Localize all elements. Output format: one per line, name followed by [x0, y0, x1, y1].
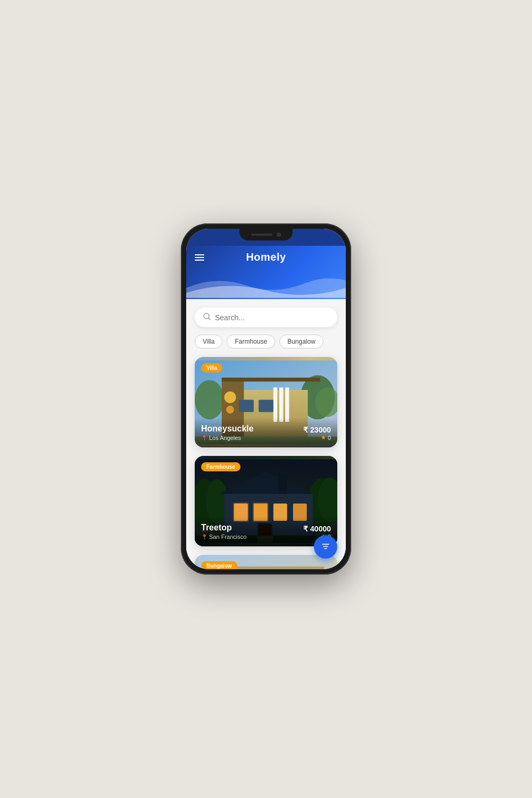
svg-rect-12 — [259, 400, 273, 412]
farmhouse-location: 📍 San Francisco — [201, 534, 246, 540]
main-content: Villa Farmhouse Bungalow — [186, 299, 346, 569]
svg-point-3 — [195, 380, 224, 419]
filter-fab-icon — [321, 542, 330, 553]
svg-rect-13 — [222, 378, 320, 381]
speaker — [251, 234, 272, 236]
status-bar — [186, 229, 346, 246]
filter-fab-button[interactable] — [314, 535, 337, 559]
svg-rect-10 — [285, 387, 289, 422]
farmhouse-info: Treetop 📍 San Francisco — [201, 523, 246, 540]
villa-price: ₹ 23000 — [303, 426, 331, 434]
svg-rect-9 — [279, 387, 283, 422]
filter-chips-row: Villa Farmhouse Bungalow — [195, 335, 337, 348]
svg-point-16 — [226, 405, 234, 413]
villa-type-badge: Villa — [201, 363, 222, 372]
villa-location: 📍 Los Angeles — [201, 435, 254, 441]
search-input[interactable] — [215, 313, 329, 322]
svg-rect-8 — [273, 387, 277, 422]
chip-villa[interactable]: Villa — [195, 335, 222, 348]
menu-line-1 — [195, 254, 204, 255]
location-pin-icon: 📍 — [201, 435, 207, 441]
header-wave — [186, 273, 346, 299]
villa-rating: ★ 0 — [303, 434, 331, 441]
svg-point-15 — [224, 392, 236, 403]
chip-bungalow[interactable]: Bungalow — [279, 335, 323, 348]
search-icon — [203, 313, 211, 322]
phone-screen: Homely — [186, 229, 346, 569]
bungalow-type-badge: Bungalow — [201, 561, 237, 569]
app-title: Homely — [246, 251, 286, 263]
property-card-bungalow[interactable]: Bungalow — [195, 555, 337, 569]
farmhouse-card-bottom: Treetop 📍 San Francisco ₹ 40000 ★ 0 — [201, 523, 331, 540]
search-bar[interactable] — [195, 307, 337, 327]
villa-price-rating: ₹ 23000 ★ 0 — [303, 426, 331, 441]
menu-line-2 — [195, 257, 204, 258]
menu-line-3 — [195, 260, 204, 261]
menu-button[interactable] — [195, 254, 204, 261]
header-top-bar: Homely — [195, 251, 337, 263]
star-icon: ★ — [321, 434, 326, 441]
phone-mockup: Homely — [181, 223, 351, 575]
farmhouse-name: Treetop — [201, 523, 246, 533]
villa-name: Honeysuckle — [201, 424, 254, 434]
svg-rect-24 — [278, 474, 287, 491]
svg-line-1 — [209, 318, 210, 320]
farmhouse-type-badge: Farmhouse — [201, 462, 240, 471]
chip-farmhouse[interactable]: Farmhouse — [227, 335, 275, 348]
svg-rect-11 — [239, 400, 254, 412]
villa-card-bottom: Honeysuckle 📍 Los Angeles ₹ 23000 ★ 0 — [201, 424, 331, 441]
property-card-villa[interactable]: Villa Honeysuckle 📍 Los Angeles ₹ 23000 — [195, 357, 337, 447]
property-card-farmhouse[interactable]: Farmhouse Treetop 📍 San Francisco ₹ 4000… — [195, 456, 337, 546]
location-pin-icon-2: 📍 — [201, 534, 207, 540]
phone-notch — [239, 229, 293, 240]
app-header: Homely — [186, 246, 346, 299]
villa-info: Honeysuckle 📍 Los Angeles — [201, 424, 254, 441]
camera — [277, 232, 281, 237]
villa-card-overlay: Honeysuckle 📍 Los Angeles ₹ 23000 ★ 0 — [195, 418, 337, 447]
farmhouse-price: ₹ 40000 — [303, 525, 331, 533]
